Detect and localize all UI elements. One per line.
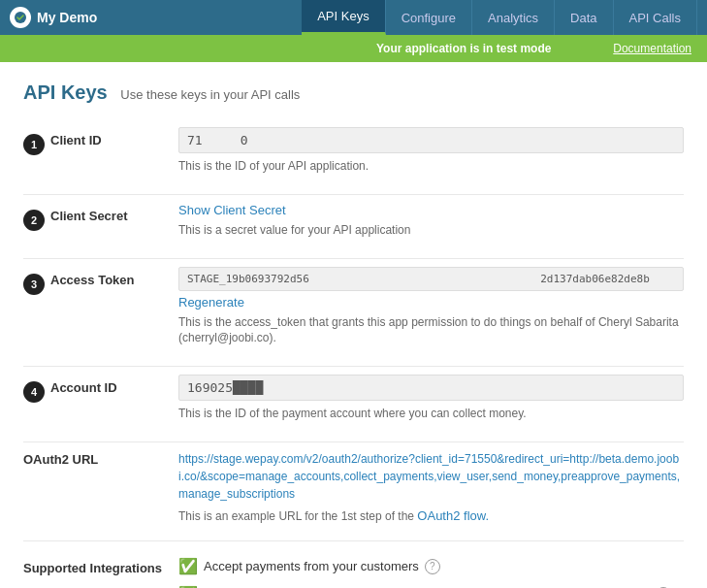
account-id-label-col: 4 Account ID bbox=[23, 375, 178, 403]
oauth-desc: This is an example URL for the 1st step … bbox=[178, 507, 684, 525]
tab-configure[interactable]: Configure bbox=[386, 0, 472, 35]
main-nav: API Keys Configure Analytics Data API Ca… bbox=[302, 0, 697, 35]
access-token-input[interactable] bbox=[178, 267, 684, 291]
test-mode-banner: Your application is in test mode Documen… bbox=[0, 35, 707, 62]
step-4-badge: 4 bbox=[23, 381, 45, 403]
step-3-badge: 3 bbox=[23, 274, 45, 295]
page-title: API Keys bbox=[23, 82, 108, 103]
client-secret-content: Show Client Secret This is a secret valu… bbox=[178, 203, 684, 239]
integrations-content: ✅ Accept payments from your customers ? … bbox=[178, 557, 684, 588]
app-logo: My Demo bbox=[10, 7, 302, 28]
oauth-flow-link[interactable]: OAuth2 flow. bbox=[417, 508, 489, 523]
access-token-content: Regenerate This is the access_token that… bbox=[178, 267, 684, 347]
oauth-label: OAuth2 URL bbox=[23, 452, 98, 467]
page-subtitle: Use these keys in your API calls bbox=[120, 87, 300, 102]
account-id-desc: This is the ID of the payment account wh… bbox=[178, 406, 684, 422]
app-header: My Demo API Keys Configure Analytics Dat… bbox=[0, 0, 707, 62]
access-token-desc: This is the access_token that grants thi… bbox=[178, 314, 684, 347]
integrations-label: Supported Integrations bbox=[23, 561, 162, 575]
client-id-row: 1 Client ID This is the ID of your API a… bbox=[23, 127, 684, 175]
oauth-desc-before: This is an example URL for the 1st step … bbox=[178, 509, 417, 523]
client-secret-row: 2 Client Secret Show Client Secret This … bbox=[23, 203, 684, 239]
client-id-label: Client ID bbox=[50, 133, 102, 147]
help-icon-0[interactable]: ? bbox=[425, 559, 440, 574]
app-name: My Demo bbox=[37, 10, 97, 25]
tab-api-calls[interactable]: API Calls bbox=[614, 0, 697, 35]
page-header: API Keys Use these keys in your API call… bbox=[23, 82, 684, 104]
client-id-content: This is the ID of your API application. bbox=[178, 127, 684, 175]
client-secret-desc: This is a secret value for your API appl… bbox=[178, 222, 684, 239]
show-client-secret-link[interactable]: Show Client Secret bbox=[178, 203, 286, 217]
oauth-url-row: OAuth2 URL https://stage.wepay.com/v2/oa… bbox=[23, 450, 684, 525]
integrations-row: Supported Integrations ✅ Accept payments… bbox=[23, 557, 684, 588]
tab-analytics[interactable]: Analytics bbox=[472, 0, 555, 35]
account-id-row: 4 Account ID This is the ID of the payme… bbox=[23, 375, 684, 422]
oauth-label-col: OAuth2 URL bbox=[23, 450, 178, 467]
access-token-label-col: 3 Access Token bbox=[23, 267, 178, 295]
api-keys-section: 1 Client ID This is the ID of your API a… bbox=[23, 127, 684, 588]
client-id-label-col: 1 Client ID bbox=[23, 127, 178, 155]
client-secret-label: Client Secret bbox=[50, 209, 127, 223]
client-secret-label-col: 2 Client Secret bbox=[23, 203, 178, 231]
access-token-label: Access Token bbox=[50, 273, 134, 287]
documentation-link[interactable]: Documentation bbox=[613, 42, 691, 55]
client-id-input[interactable] bbox=[178, 127, 684, 153]
main-content: API Keys Use these keys in your API call… bbox=[0, 62, 707, 588]
tab-api-keys[interactable]: API Keys bbox=[302, 0, 385, 35]
client-id-desc: This is the ID of your API application. bbox=[178, 158, 684, 175]
integrations-label-col: Supported Integrations bbox=[23, 557, 178, 575]
step-2-badge: 2 bbox=[23, 210, 45, 231]
integration-text-0: Accept payments from your customers bbox=[204, 559, 419, 573]
oauth-content: https://stage.wepay.com/v2/oauth2/author… bbox=[178, 450, 684, 525]
account-id-label: Account ID bbox=[50, 380, 117, 395]
check-icon-0: ✅ bbox=[178, 557, 198, 575]
account-id-input[interactable] bbox=[178, 375, 684, 401]
regenerate-link[interactable]: Regenerate bbox=[178, 295, 684, 310]
tab-data[interactable]: Data bbox=[555, 0, 613, 35]
integration-item-0: ✅ Accept payments from your customers ? bbox=[178, 557, 684, 575]
account-id-content: This is the ID of the payment account wh… bbox=[178, 375, 684, 422]
oauth-url-link[interactable]: https://stage.wepay.com/v2/oauth2/author… bbox=[178, 452, 680, 501]
test-mode-text: Your application is in test mode bbox=[314, 42, 613, 55]
step-1-badge: 1 bbox=[23, 134, 45, 155]
access-token-row: 3 Access Token Regenerate This is the ac… bbox=[23, 267, 684, 347]
logo-icon bbox=[10, 7, 31, 28]
